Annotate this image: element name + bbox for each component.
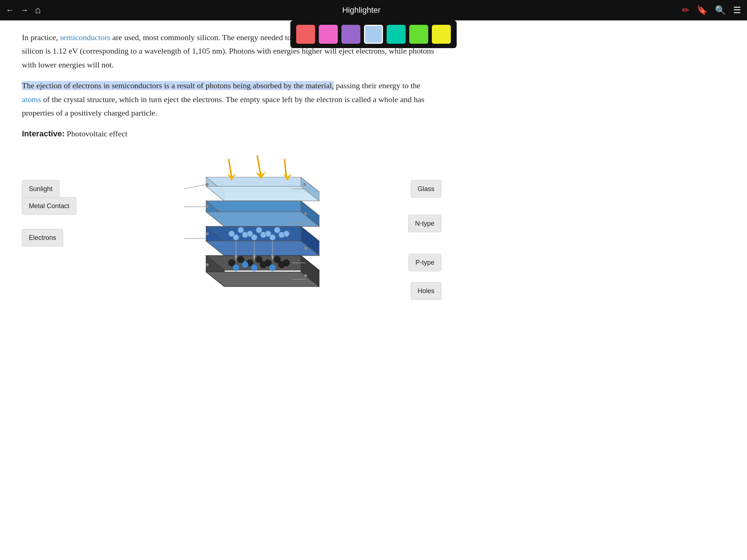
- svg-point-40: [242, 261, 248, 268]
- glass-label: Glass: [411, 180, 441, 198]
- p-type-label: P-type: [409, 254, 441, 272]
- holes-label: Holes: [411, 282, 441, 300]
- svg-line-51: [229, 159, 232, 177]
- nav-left: ← → ⌂: [6, 5, 41, 16]
- highlighted-text: The ejection of electrons in semiconduct…: [22, 81, 334, 90]
- svg-point-25: [260, 232, 266, 238]
- svg-point-20: [274, 227, 280, 233]
- svg-marker-3: [206, 186, 319, 201]
- svg-point-37: [274, 256, 280, 263]
- svg-point-57: [206, 183, 209, 186]
- para1-text1: In practice,: [22, 33, 60, 42]
- svg-marker-14: [206, 241, 319, 256]
- page-title: Highlighter: [41, 5, 463, 15]
- svg-point-59: [206, 205, 209, 208]
- color-swatch-red[interactable]: [296, 25, 315, 44]
- svg-line-65: [184, 184, 206, 189]
- color-swatch-teal[interactable]: [387, 25, 406, 44]
- svg-point-64: [304, 274, 307, 277]
- back-button[interactable]: ←: [6, 5, 14, 15]
- svg-point-33: [237, 256, 244, 263]
- svg-point-22: [233, 234, 239, 240]
- atoms-link[interactable]: atoms: [22, 95, 41, 104]
- svg-point-23: [242, 232, 248, 238]
- svg-point-24: [251, 234, 257, 240]
- svg-line-53: [257, 155, 261, 175]
- forward-button[interactable]: →: [20, 5, 28, 15]
- svg-point-39: [233, 264, 239, 271]
- svg-point-62: [304, 247, 307, 250]
- highlighter-dropdown: [290, 20, 457, 48]
- top-bar: ← → ⌂ Highlighter ✏ 🔖 🔍 ☰: [0, 0, 463, 20]
- svg-point-61: [206, 232, 209, 235]
- metal-contact-label: Metal Contact: [22, 197, 76, 215]
- svg-point-35: [256, 256, 262, 263]
- electrons-label: Electrons: [22, 229, 63, 247]
- diagram-container: Sunlight Glass Metal Contact N-type Elec…: [22, 148, 441, 323]
- para2-text1: passing their energy to the: [334, 81, 420, 90]
- svg-point-18: [256, 227, 262, 233]
- diagram-svg: [119, 148, 345, 316]
- color-swatch-light-blue[interactable]: [364, 25, 383, 44]
- para2-text2: of the crystal structure, which in turn …: [22, 95, 425, 117]
- color-swatch-purple[interactable]: [341, 25, 360, 44]
- svg-point-16: [238, 227, 244, 233]
- sunlight-label: Sunlight: [22, 180, 59, 198]
- semiconductors-link[interactable]: semiconductors: [60, 33, 110, 42]
- main-content: In practice, semiconductors are used, mo…: [0, 20, 463, 338]
- svg-point-42: [260, 261, 267, 268]
- svg-point-43: [269, 264, 276, 271]
- svg-line-55: [285, 159, 286, 177]
- svg-point-58: [303, 183, 306, 186]
- svg-point-60: [304, 212, 307, 215]
- paragraph-2: The ejection of electrons in semiconduct…: [22, 79, 441, 120]
- svg-point-26: [270, 234, 275, 240]
- color-swatch-pink[interactable]: [319, 25, 338, 44]
- color-swatch-yellow[interactable]: [432, 25, 451, 44]
- svg-marker-10: [206, 212, 319, 226]
- svg-point-41: [251, 264, 258, 271]
- home-button[interactable]: ⌂: [35, 5, 41, 16]
- interactive-label: Interactive: Photovoltaic effect: [22, 127, 441, 140]
- color-swatch-green[interactable]: [409, 25, 428, 44]
- svg-point-63: [206, 263, 209, 266]
- svg-point-27: [279, 232, 285, 238]
- n-type-label: N-type: [408, 215, 441, 233]
- svg-point-44: [278, 261, 285, 268]
